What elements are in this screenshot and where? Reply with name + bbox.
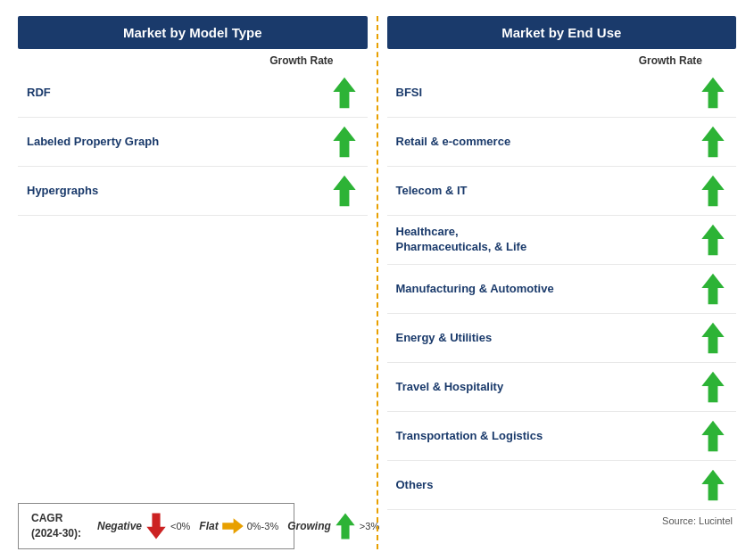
flat-value: 0%-3% — [247, 521, 278, 531]
arrow-up-green-icon — [699, 76, 727, 110]
list-item: RDF — [18, 69, 368, 118]
item-label-bfsi: BFSI — [396, 86, 700, 101]
arrow-up-green-icon — [330, 174, 359, 208]
svg-marker-11 — [701, 323, 724, 353]
arrow-up-green-icon — [699, 321, 727, 355]
item-label-lpg: Labeled Property Graph — [27, 135, 330, 150]
list-item: Manufacturing & Automotive — [387, 265, 737, 314]
arrow-up-green-icon — [699, 223, 727, 257]
item-label-healthcare: Healthcare, Pharmaceuticals, & Life — [396, 225, 700, 255]
arrow-up-green-icon — [330, 76, 359, 110]
arrow-up-green-icon — [699, 272, 727, 306]
arrow-right-orange-icon — [221, 512, 244, 540]
item-label-travel: Travel & Hospitality — [396, 380, 700, 395]
legend-box: CAGR (2024-30): Negative <0% Flat 0%-3% — [18, 503, 294, 549]
left-growth-rate-label: Growth Rate — [18, 49, 368, 69]
list-item: Telecom & IT — [387, 167, 737, 216]
panels-container: Market by Model Type Growth Rate RDF Lab… — [18, 16, 736, 549]
list-item: BFSI — [387, 69, 737, 118]
page-container: Market by Model Type Growth Rate RDF Lab… — [0, 0, 754, 560]
left-panel: Market by Model Type Growth Rate RDF Lab… — [18, 16, 368, 549]
cagr-label: CAGR (2024-30): — [31, 511, 88, 541]
svg-marker-5 — [336, 514, 354, 539]
svg-marker-1 — [333, 127, 355, 157]
arrow-up-green-icon — [699, 174, 727, 208]
svg-marker-12 — [701, 372, 724, 402]
item-label-hypergraphs: Hypergraphs — [27, 184, 330, 199]
svg-marker-13 — [701, 421, 724, 451]
list-item: Others — [387, 461, 737, 510]
item-label-energy: Energy & Utilities — [396, 331, 700, 346]
negative-label: Negative — [97, 520, 142, 532]
list-item: Healthcare, Pharmaceuticals, & Life — [387, 216, 737, 265]
item-label-retail: Retail & e-commerce — [396, 135, 700, 150]
right-growth-rate-label: Growth Rate — [387, 49, 737, 69]
svg-marker-4 — [222, 519, 244, 534]
list-item: Energy & Utilities — [387, 314, 737, 363]
svg-marker-0 — [333, 78, 355, 108]
svg-marker-7 — [701, 127, 724, 157]
list-item: Travel & Hospitality — [387, 363, 737, 412]
source-label: Source: Lucintel — [387, 510, 737, 526]
list-item: Labeled Property Graph — [18, 118, 368, 167]
left-panel-header: Market by Model Type — [18, 16, 368, 49]
list-item: Transportation & Logistics — [387, 412, 737, 461]
item-label-manufacturing: Manufacturing & Automotive — [396, 282, 700, 297]
svg-marker-3 — [146, 514, 165, 539]
negative-value: <0% — [170, 521, 190, 531]
svg-marker-14 — [701, 470, 724, 500]
arrow-up-green-icon — [699, 370, 727, 404]
arrow-up-green-icon — [699, 125, 727, 159]
list-item: Retail & e-commerce — [387, 118, 737, 167]
item-label-telecom: Telecom & IT — [396, 184, 700, 199]
flat-label: Flat — [199, 520, 218, 532]
item-label-transportation: Transportation & Logistics — [396, 429, 700, 444]
arrow-down-red-icon — [145, 512, 168, 540]
right-panel: Market by End Use Growth Rate BFSI Retai… — [387, 16, 737, 549]
panel-divider — [377, 16, 378, 549]
arrow-up-green-icon — [699, 468, 727, 502]
legend-flat: Flat 0%-3% — [199, 512, 278, 540]
item-label-rdf: RDF — [27, 86, 330, 101]
svg-marker-8 — [701, 176, 724, 206]
arrow-up-green-icon — [330, 125, 359, 159]
right-panel-header: Market by End Use — [387, 16, 737, 49]
item-label-others: Others — [396, 478, 700, 493]
svg-marker-9 — [701, 225, 724, 255]
svg-marker-2 — [333, 176, 355, 206]
svg-marker-6 — [701, 78, 724, 108]
svg-marker-10 — [701, 274, 724, 304]
arrow-up-green-icon — [699, 419, 727, 453]
growing-label: Growing — [287, 520, 331, 532]
legend-negative: Negative <0% — [97, 512, 190, 540]
arrow-up-green-legend-icon — [334, 512, 357, 540]
list-item: Hypergraphs — [18, 167, 368, 216]
legend-growing: Growing >3% — [287, 512, 379, 540]
